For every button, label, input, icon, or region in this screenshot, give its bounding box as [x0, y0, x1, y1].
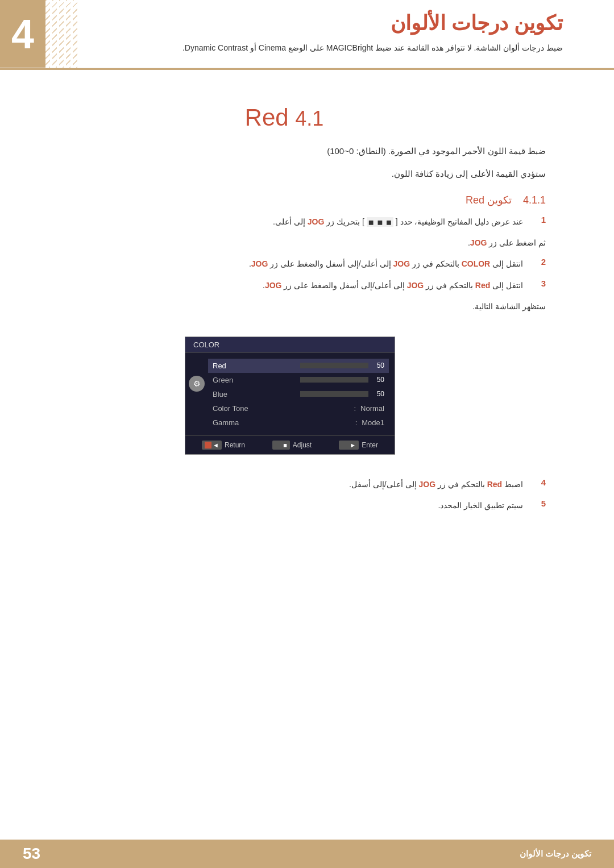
step-1-number: 1 — [529, 215, 546, 225]
color-menu-screenshot: COLOR ⚙ Red 5 — [185, 337, 395, 455]
content-area: Red 4.1 ضبط قيمة اللون الأحمر الموجود في… — [0, 70, 614, 555]
chapter-number: 4 — [11, 14, 34, 55]
menu-item-green: Green 50 — [208, 373, 389, 387]
menu-item-blue-value: 50 — [300, 390, 384, 398]
blue-value-num: 50 — [373, 390, 384, 398]
step-3-continuation: ستظهر الشاشة التالية. — [51, 300, 546, 314]
menu-btn-adjust: ■ Adjust — [272, 441, 312, 450]
step-2-text: انتقل إلى COLOR بالتحكم في زر JOG إلى أع… — [34, 257, 523, 271]
step-1-continuation: ثم اضغط على زر JOG. — [51, 236, 546, 250]
return-key: ◄ — [202, 441, 222, 450]
footer-chapter-title: تكوين درجات الألوان — [520, 849, 591, 859]
colortone-colon: : — [354, 404, 356, 413]
menu-title-bar: COLOR — [185, 337, 395, 353]
step-5: 5 سيتم تطبيق الخيار المحدد. — [34, 499, 546, 513]
menu-item-colortone-label: Color Tone — [213, 404, 248, 413]
menu-item-red-label: Red — [213, 362, 226, 370]
menu-btn-enter: ► Enter — [339, 441, 378, 450]
adjust-label: Adjust — [293, 441, 312, 449]
step-5-text: سيتم تطبيق الخيار المحدد. — [34, 499, 523, 513]
enter-key: ► — [339, 441, 359, 450]
menu-screenshot-wrapper: COLOR ⚙ Red 5 — [34, 325, 546, 466]
enter-key-icon — [342, 442, 349, 448]
step-3-text: انتقل إلى Red بالتحكم في زر JOG إلى أعلى… — [34, 279, 523, 293]
steps-container: 1 عند عرض دليل المفاتيح الوظيفية، حدد [ … — [34, 215, 546, 513]
section-num: 4.1 — [295, 107, 323, 130]
step-2-number: 2 — [529, 257, 546, 267]
step-2: 2 انتقل إلى COLOR بالتحكم في زر JOG إلى … — [34, 257, 546, 271]
menu-item-red: Red 50 — [208, 359, 389, 373]
menu-item-gamma-value: : Mode1 — [355, 418, 384, 427]
step-3: 3 انتقل إلى Red بالتحكم في زر JOG إلى أع… — [34, 279, 546, 293]
menu-item-gamma: Gamma : Mode1 — [208, 416, 389, 430]
adjust-key: ■ — [272, 441, 290, 450]
gamma-text: Mode1 — [362, 418, 384, 427]
menu-item-blue: Blue 50 — [208, 387, 389, 401]
step-5-number: 5 — [529, 499, 546, 508]
enter-label: Enter — [362, 441, 378, 449]
section-title: Red — [245, 104, 289, 131]
return-label: Return — [225, 441, 245, 449]
sub-section-heading: 4.1.1 تكوين Red — [34, 194, 546, 206]
menu-left-icon: ⚙ — [185, 359, 208, 430]
adjust-key-icon — [275, 442, 282, 448]
menu-body: ⚙ Red 50 — [185, 353, 395, 435]
section-heading: Red 4.1 — [34, 104, 546, 131]
menu-item-red-value: 50 — [300, 362, 384, 369]
red-value-num: 50 — [373, 362, 384, 369]
page-footer: تكوين درجات الألوان 53 — [0, 840, 614, 868]
menu-title: COLOR — [193, 340, 219, 349]
return-key-icon — [205, 442, 211, 448]
top-banner: 4 تكوين درجات الألوان ضبط درجات ألوان ال… — [0, 0, 614, 68]
sub-title: تكوين Red — [466, 194, 512, 206]
step-1: 1 عند عرض دليل المفاتيح الوظيفية، حدد [ … — [34, 215, 546, 229]
step-1-text: عند عرض دليل المفاتيح الوظيفية، حدد [ ■ … — [34, 215, 523, 229]
blue-bar-container — [300, 391, 368, 397]
menu-items-list: Red 50 Green — [208, 359, 395, 430]
stripe-pattern — [45, 0, 80, 68]
step-4: 4 اضبط Red بالتحكم في زر JOG إلى أعلى/إل… — [34, 477, 546, 492]
menu-gear-icon: ⚙ — [189, 376, 205, 392]
chapter-box: 4 — [0, 0, 45, 68]
menu-item-green-value: 50 — [300, 376, 384, 384]
step-4-text: اضبط Red بالتحكم في زر JOG إلى أعلى/إلى … — [34, 477, 523, 492]
colortone-text: Normal — [360, 404, 384, 413]
menu-footer: ◄ Return ■ Adjust ► — [185, 435, 395, 454]
menu-item-green-label: Green — [213, 376, 233, 384]
red-bar-container — [300, 363, 368, 368]
green-value-num: 50 — [373, 376, 384, 384]
step-4-number: 4 — [529, 477, 546, 487]
gamma-colon: : — [355, 418, 358, 427]
desc-1: ضبط قيمة اللون الأحمر الموجود في الصورة.… — [34, 143, 546, 160]
step-3-number: 3 — [529, 279, 546, 288]
desc-2: ستؤدي القيمة الأعلى إلى زيادة كثافة اللو… — [34, 165, 546, 182]
green-bar-container — [300, 377, 368, 383]
menu-item-colortone-value: : Normal — [354, 404, 384, 413]
menu-btn-return: ◄ Return — [202, 441, 245, 450]
sub-num: 4.1.1 — [523, 194, 546, 206]
menu-item-blue-label: Blue — [213, 390, 227, 398]
menu-item-colortone: Color Tone : Normal — [208, 401, 389, 416]
footer-page-number: 53 — [23, 845, 40, 863]
chapter-title: تكوين درجات الألوان — [91, 11, 563, 35]
chapter-subtitle: ضبط درجات ألوان الشاشة. لا تتوافر هذه ال… — [91, 41, 563, 55]
menu-item-gamma-label: Gamma — [213, 418, 239, 427]
